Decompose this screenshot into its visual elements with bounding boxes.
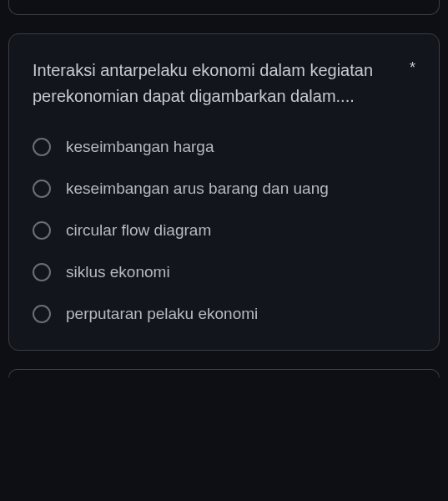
radio-icon [33, 263, 51, 281]
option-label: circular flow diagram [66, 221, 211, 240]
option-2[interactable]: circular flow diagram [33, 221, 415, 240]
question-row: Interaksi antarpelaku ekonomi dalam kegi… [33, 58, 415, 109]
option-label: perputaran pelaku ekonomi [66, 305, 258, 323]
options-list: keseimbangan harga keseimbangan arus bar… [33, 138, 415, 323]
option-4[interactable]: perputaran pelaku ekonomi [33, 305, 415, 323]
option-1[interactable]: keseimbangan arus barang dan uang [33, 180, 415, 198]
option-label: keseimbangan harga [66, 138, 214, 156]
question-card: Interaksi antarpelaku ekonomi dalam kegi… [8, 33, 440, 351]
option-label: keseimbangan arus barang dan uang [66, 180, 329, 198]
option-0[interactable]: keseimbangan harga [33, 138, 415, 156]
required-marker: * [410, 59, 415, 77]
radio-icon [33, 180, 51, 198]
option-label: siklus ekonomi [66, 263, 170, 281]
radio-icon [33, 221, 51, 240]
next-card-edge [8, 369, 440, 377]
option-3[interactable]: siklus ekonomi [33, 263, 415, 281]
question-text: Interaksi antarpelaku ekonomi dalam kegi… [33, 58, 398, 109]
radio-icon [33, 305, 51, 323]
radio-icon [33, 138, 51, 156]
previous-card-edge [8, 0, 440, 15]
